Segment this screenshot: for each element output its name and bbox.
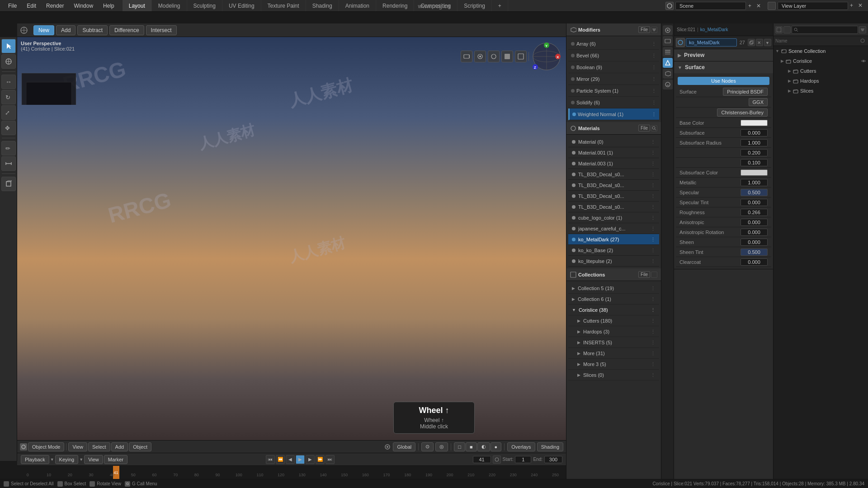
next-frame-btn[interactable]: ⏩ xyxy=(316,455,325,464)
subsurface-color-swatch[interactable] xyxy=(741,169,768,176)
tab-scripting[interactable]: Scripting xyxy=(458,0,492,11)
solid-view-btn[interactable] xyxy=(501,51,513,62)
modifiers-filter-btn[interactable] xyxy=(651,27,657,33)
sc-corislice[interactable]: ▶ Corislice xyxy=(774,56,868,66)
new-button[interactable]: New xyxy=(33,25,54,35)
shading-btn[interactable]: Shading xyxy=(537,442,563,451)
material-btn[interactable]: ◐ xyxy=(477,442,490,451)
overlays-btn[interactable]: Overlays xyxy=(507,442,535,451)
tab-modeling[interactable]: Modeling xyxy=(152,0,187,11)
collection-inserts[interactable]: ▶ INSERTS (5) ⋮ xyxy=(568,337,659,348)
add-menu[interactable]: Add xyxy=(111,442,128,451)
select-menu[interactable]: Select xyxy=(88,442,110,451)
sheen-value[interactable]: 0.000 xyxy=(741,239,768,246)
object-menu[interactable]: Object xyxy=(129,442,151,451)
modifier-mirror[interactable]: Mirror (29) ⋮ xyxy=(568,73,659,85)
anisotropic-rotation-value[interactable]: 0.000 xyxy=(741,229,768,236)
modifier-weighted-normal[interactable]: Weighted Normal (1) ⋮ xyxy=(568,108,659,120)
jump-end-btn[interactable]: ⏭ xyxy=(326,455,335,464)
pivot-btn[interactable]: ⊙ xyxy=(421,442,434,451)
collection-more3[interactable]: ▶ More 3 (5) ⋮ xyxy=(568,359,659,370)
menu-render[interactable]: Render xyxy=(42,3,68,9)
menu-window[interactable]: Window xyxy=(69,3,98,9)
modifier-array[interactable]: Array (6) ⋮ xyxy=(568,38,659,50)
proportional-btn[interactable]: ◎ xyxy=(435,442,448,451)
play-btn[interactable]: ▶ xyxy=(296,455,305,464)
subsurface-r2-value[interactable]: 0.200 xyxy=(741,149,768,156)
subtract-button[interactable]: Subtract xyxy=(77,25,108,35)
sc-cutters[interactable]: ▶ Cutters xyxy=(774,66,868,76)
sc-eye-icon[interactable] xyxy=(861,58,866,64)
distribution-dropdown[interactable]: GGX xyxy=(749,98,768,106)
use-nodes-btn[interactable]: Use Nodes xyxy=(678,77,769,85)
object-data-icon[interactable] xyxy=(663,58,673,68)
preview-header[interactable]: ▶ Preview xyxy=(674,49,773,61)
view-layer-icon[interactable] xyxy=(663,47,673,57)
wire-view-btn[interactable] xyxy=(515,51,527,62)
roughness-value[interactable]: 0.266 xyxy=(741,209,768,216)
material-options-btn[interactable]: ▼ xyxy=(764,39,771,46)
playback-dropdown[interactable]: Playback xyxy=(21,455,49,464)
view-menu[interactable]: View xyxy=(68,442,87,451)
material-ko-litepulse[interactable]: ko_litepulse (2) ⋮ xyxy=(568,256,659,267)
material-japanese[interactable]: japanese_careful_c... ⋮ xyxy=(568,223,659,234)
next-keyframe-btn[interactable]: ▶ xyxy=(306,455,315,464)
sheen-tint-value[interactable]: 0.500 xyxy=(741,249,768,256)
measure-tool[interactable] xyxy=(1,156,16,171)
camera-view-btn[interactable] xyxy=(461,51,472,62)
sc-search[interactable] xyxy=(792,26,858,34)
scale-tool[interactable]: ⤢ xyxy=(1,105,16,120)
wireframe-btn[interactable]: □ xyxy=(454,442,465,451)
material-b3d-2[interactable]: TL_B3D_Decal_s0... ⋮ xyxy=(568,180,659,191)
sc-hardops[interactable]: ▶ Hardops xyxy=(774,76,868,86)
difference-button[interactable]: Difference xyxy=(109,25,144,35)
sc-root[interactable]: ▼ Scene Collection xyxy=(774,46,868,56)
materials-search-btn[interactable] xyxy=(651,125,657,131)
cursor-tool[interactable] xyxy=(1,54,16,69)
move-tool[interactable]: ↔ xyxy=(1,75,16,89)
global-dropdown[interactable]: Global xyxy=(393,442,415,451)
tab-layout[interactable]: Layout xyxy=(123,0,152,11)
material-0[interactable]: Material (0) ⋮ xyxy=(568,136,659,147)
output-prop-icon[interactable] xyxy=(663,36,673,46)
solid-btn[interactable]: ■ xyxy=(466,442,477,451)
start-frame[interactable]: 1 xyxy=(515,456,531,463)
end-frame[interactable]: 300 xyxy=(544,456,562,463)
modifier-particle[interactable]: Particle System (1) ⋮ xyxy=(568,85,659,97)
collection-hardops[interactable]: ▶ Hardops (3) ⋮ xyxy=(568,326,659,337)
scene-add-btn[interactable]: + xyxy=(748,3,754,9)
scene-remove-btn[interactable]: ✕ xyxy=(756,3,762,9)
material-b3d-4[interactable]: TL_B3D_Decal_s0... ⋮ xyxy=(568,202,659,212)
material-ko-metal-dark[interactable]: ko_MetalDark (27) ⋮ xyxy=(568,234,659,245)
add-cube-tool[interactable] xyxy=(1,177,16,191)
tab-compositing[interactable]: Compositing xyxy=(414,0,458,11)
sc-icon1[interactable] xyxy=(775,26,783,33)
collection-slices[interactable]: ▶ Slices (0) ⋮ xyxy=(568,370,659,380)
sc-slices[interactable]: ▶ Slices xyxy=(774,86,868,96)
modifier-bevel[interactable]: Bevel (66) ⋮ xyxy=(568,50,659,61)
layer-add-btn[interactable]: + xyxy=(850,3,856,9)
collection-6[interactable]: ▶ Collection 6 (1) ⋮ xyxy=(568,294,659,305)
render-prop-icon[interactable] xyxy=(663,25,673,35)
tab-rendering[interactable]: Rendering xyxy=(376,0,414,11)
subsurface-value[interactable]: 0.000 xyxy=(741,129,768,136)
material-003[interactable]: Material.003 (1) ⋮ xyxy=(568,158,659,169)
layer-selector[interactable] xyxy=(778,2,848,10)
material-b3d-3[interactable]: TL_B3D_Decal_s0... ⋮ xyxy=(568,191,659,202)
rendered-btn[interactable]: ● xyxy=(491,442,502,451)
collections-file-btn[interactable]: File xyxy=(638,271,650,278)
rotate-tool[interactable]: ↻ xyxy=(1,90,16,104)
tab-animation[interactable]: Animation xyxy=(339,0,376,11)
marker-dropdown[interactable]: Marker xyxy=(104,455,127,464)
subsurface-r3-value[interactable]: 0.100 xyxy=(741,159,768,166)
surface-header[interactable]: ▼ Surface xyxy=(674,61,773,73)
material-ko-base[interactable]: ko_ko_Base (2) ⋮ xyxy=(568,245,659,256)
tab-sculpting[interactable]: Sculpting xyxy=(187,0,222,11)
jump-start-btn[interactable]: ⏮ xyxy=(266,455,275,464)
collection-more[interactable]: ▶ More (31) ⋮ xyxy=(568,348,659,359)
fps-display[interactable] xyxy=(493,455,501,464)
materials-file-btn[interactable]: File xyxy=(638,125,650,131)
render-view-btn[interactable] xyxy=(474,51,486,62)
specular-value[interactable]: 0.500 xyxy=(741,189,768,196)
material-cube-logo[interactable]: cube_logo_color (1) ⋮ xyxy=(568,212,659,223)
